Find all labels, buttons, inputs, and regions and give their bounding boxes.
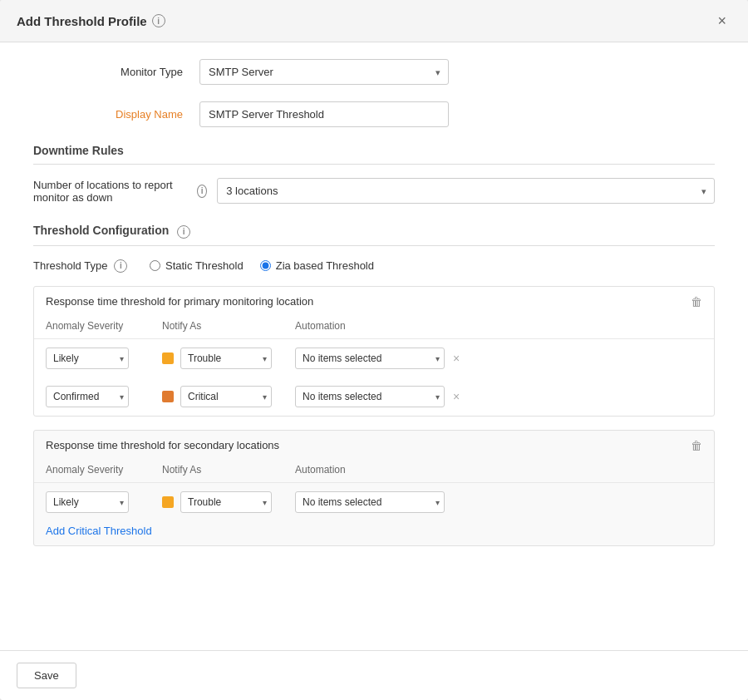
threshold-type-label: Threshold Type i: [33, 259, 133, 273]
modal-footer: Save: [0, 650, 748, 700]
critical-color-dot-2: [162, 391, 174, 402]
display-name-control: [199, 101, 449, 127]
primary-automation-select-1[interactable]: No items selected: [295, 348, 445, 369]
primary-notify-2: Trouble Critical Down ▾: [162, 386, 295, 407]
primary-automation-select-2[interactable]: No items selected: [295, 386, 445, 407]
modal-container: Add Threshold Profile i × Monitor Type S…: [0, 0, 748, 700]
modal-title: Add Threshold Profile i: [17, 14, 165, 28]
threshold-config-info-icon[interactable]: i: [177, 225, 190, 239]
save-button[interactable]: Save: [17, 663, 76, 688]
modal-title-text: Add Threshold Profile: [17, 14, 147, 28]
secondary-notify-select-1[interactable]: Trouble Critical Down: [180, 491, 272, 513]
secondary-col-headers: Anomaly Severity Notify As Automation: [34, 461, 714, 483]
primary-severity-select-2[interactable]: Likely Confirmed: [46, 386, 129, 407]
display-name-input[interactable]: [199, 101, 449, 127]
secondary-col-severity: Anomaly Severity: [46, 464, 162, 476]
downtime-label: Number of locations to report monitor as…: [33, 179, 207, 204]
secondary-row-1: Likely Confirmed ▾ Trouble Critical: [34, 483, 714, 521]
primary-notify-1: Trouble Critical Down ▾: [162, 348, 295, 369]
primary-severity-2: Likely Confirmed ▾: [46, 386, 162, 407]
downtime-rules-title: Downtime Rules: [33, 144, 715, 165]
zia-threshold-option[interactable]: Zia based Threshold: [260, 259, 374, 272]
close-button[interactable]: ×: [712, 12, 731, 30]
primary-trash-icon[interactable]: 🗑: [691, 295, 702, 308]
secondary-trouble-dot-1: [162, 496, 174, 508]
primary-automation-1: No items selected ▾ ×: [295, 348, 702, 369]
primary-col-headers: Anomaly Severity Notify As Automation: [34, 317, 714, 339]
threshold-type-radio-group: Static Threshold Zia based Threshold: [150, 259, 374, 272]
primary-severity-1: Likely Confirmed ▾: [46, 348, 162, 369]
trouble-color-dot-1: [162, 352, 174, 364]
downtime-info-icon[interactable]: i: [197, 185, 207, 198]
monitor-type-select-wrapper: SMTP Server HTTP DNS FTP PING ▾: [199, 59, 449, 85]
modal-body: Monitor Type SMTP Server HTTP DNS FTP PI…: [0, 42, 748, 650]
primary-row-1: Likely Confirmed ▾ Trouble Critical: [34, 339, 714, 377]
secondary-col-notify: Notify As: [162, 464, 295, 476]
static-threshold-label: Static Threshold: [165, 259, 244, 272]
primary-row-1-remove[interactable]: ×: [450, 352, 463, 364]
display-name-row: Display Name: [33, 101, 715, 127]
secondary-notify-1: Trouble Critical Down ▾: [162, 491, 295, 513]
secondary-trash-icon[interactable]: 🗑: [691, 439, 702, 452]
primary-notify-select-2[interactable]: Trouble Critical Down: [180, 386, 272, 407]
secondary-automation-1: No items selected ▾: [295, 491, 702, 513]
static-threshold-option[interactable]: Static Threshold: [150, 259, 244, 272]
threshold-config-section: Threshold Configuration i Threshold Type…: [33, 224, 715, 546]
zia-threshold-label: Zia based Threshold: [276, 259, 374, 272]
secondary-severity-1: Likely Confirmed ▾: [46, 491, 162, 513]
primary-box-title: Response time threshold for primary moni…: [46, 295, 313, 308]
downtime-rules-section: Downtime Rules Number of locations to re…: [33, 144, 715, 204]
secondary-box-title: Response time threshold for secondary lo…: [46, 439, 279, 451]
threshold-type-row: Threshold Type i Static Threshold Zia ba…: [33, 259, 715, 273]
secondary-box-header: Response time threshold for secondary lo…: [34, 431, 714, 461]
monitor-type-label: Monitor Type: [33, 66, 199, 78]
downtime-row: Number of locations to report monitor as…: [33, 178, 715, 204]
monitor-type-control: SMTP Server HTTP DNS FTP PING ▾: [199, 59, 449, 85]
primary-notify-select-1[interactable]: Trouble Critical Down: [180, 348, 272, 369]
add-critical-threshold-button[interactable]: Add Critical Threshold: [34, 521, 164, 545]
threshold-type-info-icon[interactable]: i: [114, 259, 127, 273]
primary-col-notify: Notify As: [162, 320, 295, 332]
primary-box-header: Response time threshold for primary moni…: [34, 287, 714, 317]
locations-select[interactable]: 1 location 2 locations 3 locations 4 loc…: [217, 178, 715, 204]
monitor-type-select[interactable]: SMTP Server HTTP DNS FTP PING: [199, 59, 449, 85]
threshold-config-title: Threshold Configuration i: [33, 224, 715, 246]
title-info-icon[interactable]: i: [152, 14, 165, 27]
monitor-type-row: Monitor Type SMTP Server HTTP DNS FTP PI…: [33, 59, 715, 85]
display-name-label: Display Name: [33, 108, 199, 121]
static-threshold-radio[interactable]: [150, 260, 160, 271]
primary-severity-select-1[interactable]: Likely Confirmed: [46, 348, 129, 369]
zia-threshold-radio[interactable]: [260, 260, 271, 271]
primary-col-automation: Automation: [295, 320, 702, 332]
locations-select-wrapper: 1 location 2 locations 3 locations 4 loc…: [217, 178, 715, 204]
modal-header: Add Threshold Profile i ×: [0, 0, 748, 42]
primary-threshold-box: Response time threshold for primary moni…: [33, 286, 715, 417]
primary-col-severity: Anomaly Severity: [46, 320, 162, 332]
secondary-threshold-box: Response time threshold for secondary lo…: [33, 430, 715, 546]
primary-row-2-remove[interactable]: ×: [450, 391, 463, 402]
primary-automation-2: No items selected ▾ ×: [295, 386, 702, 407]
secondary-col-automation: Automation: [295, 464, 702, 476]
secondary-severity-select-1[interactable]: Likely Confirmed: [46, 491, 129, 513]
primary-row-2: Likely Confirmed ▾ Trouble Critical: [34, 377, 714, 416]
secondary-automation-select-1[interactable]: No items selected: [295, 491, 445, 513]
